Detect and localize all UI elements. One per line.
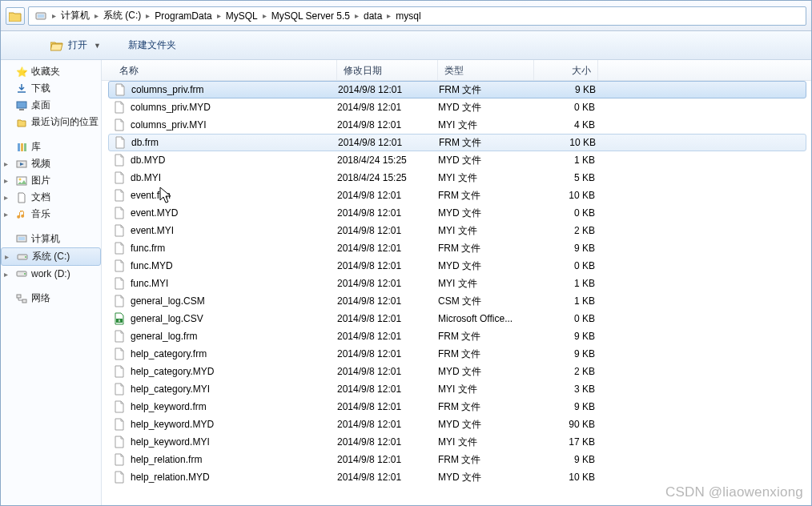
nav-recent[interactable]: 最近访问的位置: [1, 114, 101, 131]
file-size: 17 KB: [534, 436, 595, 448]
file-row[interactable]: db.MYI2018/4/24 15:25MYI 文件5 KB: [102, 169, 811, 187]
file-row[interactable]: help_keyword.frm2014/9/8 12:01FRM 文件9 KB: [102, 398, 811, 416]
file-type: FRM 文件: [438, 242, 534, 255]
file-icon: [114, 83, 127, 96]
file-row[interactable]: db.frm2014/9/8 12:01FRM 文件10 KB: [108, 134, 806, 151]
file-name: columns_priv.frm: [131, 84, 338, 95]
file-date: 2014/9/8 12:01: [337, 331, 438, 342]
file-icon: [113, 277, 126, 290]
nav-libraries-header[interactable]: 库: [1, 139, 101, 155]
svg-rect-2: [17, 102, 26, 108]
nav-computer-header[interactable]: 计算机: [1, 231, 101, 247]
file-size: 9 KB: [534, 401, 595, 412]
file-type: MYI 文件: [438, 171, 534, 185]
file-row[interactable]: general_log.frm2014/9/8 12:01FRM 文件9 KB: [102, 327, 811, 345]
file-type: MYD 文件: [438, 259, 534, 273]
crumb-mysql-folder[interactable]: mysql: [393, 10, 423, 22]
file-row[interactable]: func.frm2014/9/8 12:01FRM 文件9 KB: [102, 239, 811, 257]
file-icon: [113, 259, 126, 272]
file-size: 1 KB: [534, 295, 595, 307]
new-folder-label: 新建文件夹: [128, 38, 176, 52]
folder-chip-icon[interactable]: [6, 7, 25, 25]
file-row[interactable]: columns_priv.frm2014/9/8 12:01FRM 文件9 KB: [108, 81, 806, 98]
file-row[interactable]: help_category.frm2014/9/8 12:01FRM 文件9 K…: [102, 345, 811, 363]
column-type[interactable]: 类型: [438, 60, 534, 80]
file-icon: [113, 189, 126, 202]
file-icon: a: [113, 312, 126, 325]
file-size: 9 KB: [534, 454, 595, 465]
file-size: 9 KB: [534, 348, 595, 359]
file-icon: [113, 453, 126, 466]
file-row[interactable]: general_log.CSM2014/9/8 12:01CSM 文件1 KB: [102, 292, 811, 310]
document-icon: [15, 191, 28, 204]
nav-drive-d[interactable]: ▸work (D:): [1, 266, 101, 282]
file-date: 2014/9/8 12:01: [337, 295, 438, 307]
file-icon: [113, 418, 126, 431]
file-list[interactable]: columns_priv.frm2014/9/8 12:01FRM 文件9 KB…: [102, 81, 811, 505]
network-icon: [15, 292, 28, 305]
file-row[interactable]: event.MYI2014/9/8 12:01MYI 文件2 KB: [102, 222, 811, 239]
nav-documents[interactable]: ▸文档: [1, 189, 101, 206]
column-size[interactable]: 大小: [534, 60, 598, 80]
download-icon: [15, 82, 28, 95]
file-name: help_category.MYI: [131, 384, 337, 395]
crumb-programdata[interactable]: ProgramData: [152, 10, 214, 22]
file-name: help_relation.MYD: [131, 472, 337, 483]
nav-favorites-header[interactable]: ⭐收藏夹: [1, 63, 101, 80]
file-icon: [113, 383, 126, 396]
crumb-data[interactable]: data: [361, 10, 384, 22]
new-folder-button[interactable]: 新建文件夹: [122, 35, 183, 55]
file-row[interactable]: help_category.MYD2014/9/8 12:01MYD 文件2 K…: [102, 363, 811, 380]
nav-network-header[interactable]: 网络: [1, 290, 101, 307]
file-row[interactable]: columns_priv.MYD2014/9/8 12:01MYD 文件0 KB: [102, 98, 811, 116]
file-date: 2014/9/8 12:01: [337, 278, 438, 289]
breadcrumb[interactable]: ▸ 计算机 ▸ 系统 (C:) ▸ ProgramData ▸ MySQL ▸ …: [28, 6, 806, 26]
address-bar: ▸ 计算机 ▸ 系统 (C:) ▸ ProgramData ▸ MySQL ▸ …: [1, 1, 811, 31]
file-date: 2014/9/8 12:01: [337, 190, 438, 201]
file-row[interactable]: help_relation.frm2014/9/8 12:01FRM 文件9 K…: [102, 451, 811, 468]
open-button[interactable]: 打开 ▼: [44, 35, 107, 55]
file-row[interactable]: event.frm2014/9/8 12:01FRM 文件10 KB: [102, 187, 811, 204]
file-size: 10 KB: [534, 190, 595, 201]
column-date[interactable]: 修改日期: [337, 60, 438, 80]
file-type: MYD 文件: [438, 207, 534, 220]
nav-pictures[interactable]: ▸图片: [1, 172, 101, 189]
file-row[interactable]: func.MYD2014/9/8 12:01MYD 文件0 KB: [102, 257, 811, 275]
file-row[interactable]: event.MYD2014/9/8 12:01MYD 文件0 KB: [102, 204, 811, 222]
svg-rect-1: [38, 14, 44, 18]
file-icon: [113, 365, 126, 378]
file-row[interactable]: func.MYI2014/9/8 12:01MYI 文件1 KB: [102, 275, 811, 292]
file-icon: [113, 400, 126, 413]
file-size: 0 KB: [534, 102, 595, 113]
file-row[interactable]: ageneral_log.CSV2014/9/8 12:01Microsoft …: [102, 310, 811, 327]
nav-music[interactable]: ▸音乐: [1, 206, 101, 223]
file-date: 2014/9/8 12:01: [337, 436, 438, 448]
file-row[interactable]: help_keyword.MYI2014/9/8 12:01MYI 文件17 K…: [102, 433, 811, 451]
file-row[interactable]: help_category.MYI2014/9/8 12:01MYI 文件3 K…: [102, 380, 811, 398]
crumb-drive-c[interactable]: 系统 (C:): [101, 9, 143, 22]
file-row[interactable]: columns_priv.MYI2014/9/8 12:01MYI 文件4 KB: [102, 116, 811, 134]
nav-desktop[interactable]: 桌面: [1, 97, 101, 114]
picture-icon: [15, 175, 28, 187]
file-name: general_log.CSM: [131, 295, 337, 307]
crumb-computer[interactable]: 计算机: [58, 9, 92, 22]
file-name: func.MYD: [131, 260, 337, 271]
file-row[interactable]: db.MYD2018/4/24 15:25MYD 文件1 KB: [102, 151, 811, 169]
file-size: 0 KB: [534, 260, 595, 271]
crumb-mysql[interactable]: MySQL: [223, 10, 260, 22]
file-row[interactable]: help_relation.MYD2014/9/8 12:01MYD 文件10 …: [102, 468, 811, 486]
nav-videos[interactable]: ▸视频: [1, 155, 101, 172]
nav-downloads[interactable]: 下载: [1, 80, 101, 97]
file-size: 90 KB: [534, 419, 595, 430]
file-row[interactable]: help_keyword.MYD2014/9/8 12:01MYD 文件90 K…: [102, 416, 811, 433]
nav-drive-c[interactable]: ▸系统 (C:): [1, 247, 101, 266]
file-name: help_keyword.MYI: [131, 436, 337, 448]
file-date: 2014/9/8 12:01: [338, 137, 439, 148]
column-name[interactable]: 名称: [113, 60, 337, 80]
file-date: 2014/9/8 12:01: [337, 366, 438, 377]
file-size: 9 KB: [534, 331, 595, 342]
crumb-server55[interactable]: MySQL Server 5.5: [269, 10, 352, 22]
file-size: 0 KB: [534, 207, 595, 219]
file-date: 2014/9/8 12:01: [337, 384, 438, 395]
file-icon: [113, 224, 126, 237]
